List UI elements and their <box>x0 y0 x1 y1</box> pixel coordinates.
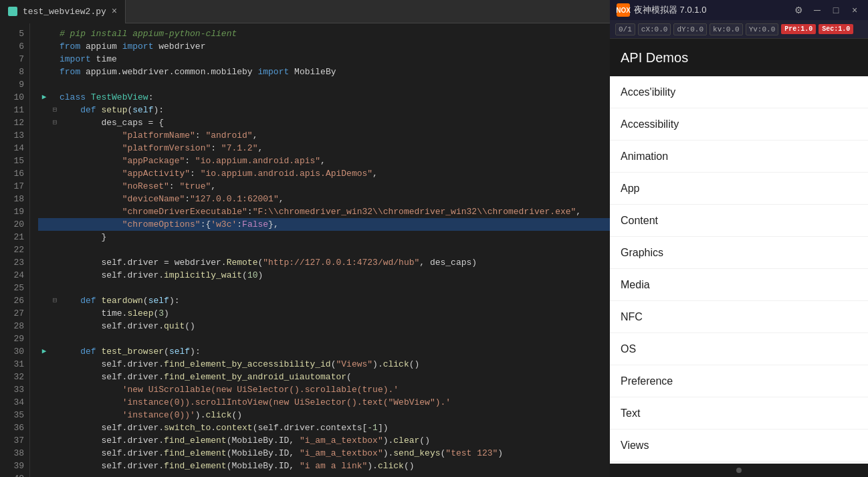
menu-item[interactable]: Text <box>610 397 868 430</box>
code-token: class <box>60 91 86 104</box>
code-token <box>60 294 80 307</box>
code-line: ⊟ def teardown(self): <box>38 294 610 307</box>
line-number: 24 <box>0 269 24 282</box>
code-token: (MobileBy.ID, <box>227 447 300 460</box>
code-line <box>38 332 610 345</box>
menu-item[interactable]: NFC <box>610 301 868 333</box>
fold-icon: ⊟ <box>50 104 60 116</box>
minimize-button[interactable]: ─ <box>810 3 824 17</box>
menu-item[interactable]: Content <box>610 205 868 237</box>
code-content[interactable]: # pip install appium-python-clientfrom a… <box>30 23 610 477</box>
code-token: 3 <box>158 307 164 320</box>
code-token: quit <box>164 320 185 332</box>
line-number: 26 <box>0 294 24 307</box>
titlebar-controls: ⚙ ─ □ × <box>792 3 861 17</box>
menu-item[interactable]: Views <box>610 430 868 462</box>
code-token: , <box>211 180 216 193</box>
menu-item[interactable]: Accessibility <box>610 108 868 140</box>
code-token: 'instance(0)).scrollIntoView(new UiSelec… <box>122 396 451 409</box>
code-token: "io.appium.android.apis" <box>195 155 320 167</box>
emulator-toolbar: 0/1cX:0.0dY:0.0kv:0.0Yv:0.0Pre:1.0Sec:1.… <box>610 20 868 39</box>
code-token: teardown <box>101 294 142 307</box>
code-token <box>60 142 122 155</box>
code-line: self.driver.find_element_by_accessibilit… <box>38 358 610 371</box>
code-token: (self.driver.contexts[ <box>253 421 368 434</box>
code-token: () <box>419 434 430 447</box>
code-token: 10 <box>247 269 258 282</box>
code-line: "chromeDriverExecutable":"F:\\chromedriv… <box>38 205 610 218</box>
code-line: "appActivity": "io.appium.android.apis.A… <box>38 167 610 180</box>
code-token: self.driver. <box>60 460 164 472</box>
menu-item[interactable]: Media <box>610 269 868 301</box>
code-line: self.driver = webdriver.Remote("http://1… <box>38 256 610 269</box>
menu-item[interactable]: Graphics <box>610 237 868 269</box>
code-token: (MobileBy.ID, <box>227 460 300 472</box>
run-arrow-icon: ▶ <box>38 91 50 104</box>
code-token: self.driver. <box>60 358 164 371</box>
code-token <box>60 104 80 116</box>
code-line: 'new UiScrollable(new UiSelector().scrol… <box>38 383 610 396</box>
maximize-button[interactable]: □ <box>829 3 843 17</box>
line-number: 6 <box>0 40 24 53</box>
code-token: . <box>211 421 216 434</box>
menu-item[interactable]: Acces'ibility <box>610 76 868 108</box>
code-token <box>60 180 122 193</box>
code-token: , <box>372 167 378 180</box>
menu-item[interactable]: Preference <box>610 365 868 397</box>
emulator-panel: NOX 夜神模拟器 7.0.1.0 ⚙ ─ □ × 0/1cX:0.0dY:0.… <box>610 0 868 477</box>
code-token <box>60 383 122 396</box>
menu-item[interactable]: OS <box>610 333 868 365</box>
settings-button[interactable]: ⚙ <box>792 3 805 17</box>
code-token: self <box>132 104 153 116</box>
code-token: () <box>404 460 415 472</box>
line-number: 22 <box>0 244 24 256</box>
code-line: import time <box>38 53 610 66</box>
line-numbers: 5678910111213141516171819202122232425262… <box>0 23 30 477</box>
line-number: 37 <box>0 434 24 447</box>
home-button[interactable] <box>736 468 742 473</box>
code-token: click <box>205 409 231 421</box>
code-token: , <box>257 142 263 155</box>
menu-item[interactable]: App <box>610 173 868 205</box>
line-number: 8 <box>0 66 24 78</box>
tab-close-button[interactable]: × <box>112 7 117 16</box>
line-number: 16 <box>0 167 24 180</box>
code-token: switch_to <box>164 421 211 434</box>
line-number: 38 <box>0 447 24 460</box>
code-token: ( <box>164 345 169 358</box>
line-number: 30 <box>0 345 24 358</box>
code-line: "noReset": "true", <box>38 180 610 193</box>
code-token: webdriver <box>153 40 205 53</box>
code-token: ( <box>257 256 263 269</box>
code-token: ) <box>498 447 503 460</box>
editor-panel: test_webview2.py × 567891011121314151617… <box>0 0 610 477</box>
line-number: 23 <box>0 256 24 269</box>
code-token: def <box>80 294 96 307</box>
code-line: ▶class TestWebView: <box>38 91 610 104</box>
close-button[interactable]: × <box>848 3 861 17</box>
code-token: sleep <box>127 307 153 320</box>
code-token: :{ <box>201 218 211 231</box>
line-number: 21 <box>0 231 24 244</box>
code-token: ). <box>383 447 394 460</box>
code-token <box>96 345 102 358</box>
code-line: 'instance(0))'​).click() <box>38 409 610 421</box>
code-token: ): <box>153 104 164 116</box>
line-number: 15 <box>0 155 24 167</box>
editor-tab[interactable]: test_webview2.py × <box>0 0 126 23</box>
code-token <box>96 104 102 116</box>
menu-item[interactable]: Animation <box>610 140 868 173</box>
line-number: 34 <box>0 396 24 409</box>
code-token: ( <box>127 104 132 116</box>
line-number: 35 <box>0 409 24 421</box>
code-token: test_browser <box>101 345 164 358</box>
tab-label: test_webview2.py <box>23 7 106 17</box>
code-area[interactable]: 5678910111213141516171819202122232425262… <box>0 23 610 477</box>
code-token: "platformVersion" <box>122 142 211 155</box>
code-token: 'new UiScrollable(new UiSelector().scrol… <box>122 383 399 396</box>
code-token: click <box>383 358 409 371</box>
code-token <box>60 155 122 167</box>
code-line: 'instance(0)).scrollIntoView(new UiSelec… <box>38 396 610 409</box>
code-token: ) <box>257 269 263 282</box>
code-token: () <box>409 358 420 371</box>
